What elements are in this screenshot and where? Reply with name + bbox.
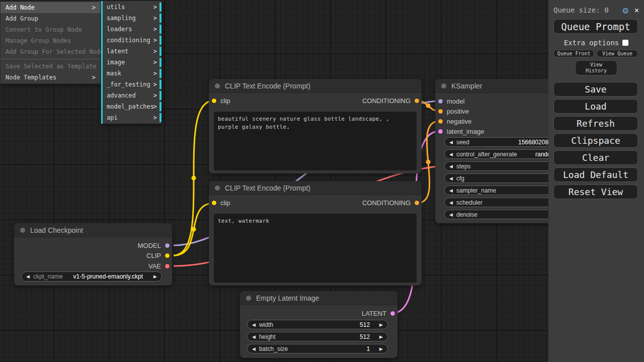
decrement-arrow-icon[interactable]: ◀ xyxy=(449,140,453,145)
slot-dot-latent-image[interactable] xyxy=(438,129,443,134)
save-button[interactable]: Save xyxy=(553,82,638,97)
submenu-item-latent[interactable]: latent > xyxy=(103,46,162,57)
submenu-item-api[interactable]: api > xyxy=(103,112,162,123)
decrement-arrow-icon[interactable]: ◀ xyxy=(449,152,453,157)
view-history-button[interactable]: View History xyxy=(575,60,617,75)
decrement-arrow-icon[interactable]: ◀ xyxy=(449,176,453,181)
menu-item-node-templates[interactable]: Node Templates > xyxy=(1,72,101,83)
node-title-bar[interactable]: Empty Latent Image xyxy=(240,291,397,305)
menu-item-manage-group-nodes: Manage Group Nodes xyxy=(1,35,101,46)
slot-dot-model[interactable] xyxy=(165,243,170,248)
slot-dot-positive[interactable] xyxy=(438,109,443,114)
widget-height[interactable]: ◀ height 512 ▶ xyxy=(247,332,388,341)
submenu-item-utils[interactable]: utils > xyxy=(103,2,162,13)
link-midpoint-dot[interactable] xyxy=(426,104,431,108)
accent-bar xyxy=(159,69,162,78)
comfy-menu-panel: Queue size: 0 ⚙ ✕ Queue Prompt Extra opt… xyxy=(548,0,644,362)
link-midpoint-dot[interactable] xyxy=(426,160,431,164)
slot-dot-conditioning[interactable] xyxy=(415,201,419,205)
node-empty-latent-image[interactable]: Empty Latent Image LATENT ◀ width 512 ▶ … xyxy=(240,291,397,358)
increment-arrow-icon[interactable]: ▶ xyxy=(379,346,383,351)
node-title: KSampler xyxy=(451,82,482,90)
submenu-item-advanced[interactable]: advanced > xyxy=(103,90,162,101)
slot-dot-latent[interactable] xyxy=(390,311,395,316)
load-default-button[interactable]: Load Default xyxy=(553,167,638,182)
decrement-arrow-icon[interactable]: ◀ xyxy=(449,164,453,169)
close-icon[interactable]: ✕ xyxy=(634,6,639,15)
accent-bar xyxy=(159,58,162,67)
decrement-arrow-icon[interactable]: ◀ xyxy=(449,212,453,217)
menu-item-add-group[interactable]: Add Group xyxy=(1,13,101,24)
submenu-arrow-icon: > xyxy=(153,90,157,101)
slot-dot-conditioning[interactable] xyxy=(415,99,419,103)
slot-dot-clip[interactable] xyxy=(165,253,170,258)
node-title-bar[interactable]: Load Checkpoint xyxy=(14,223,172,237)
slot-label: latent_image xyxy=(447,128,484,135)
submenu-item-mask[interactable]: mask > xyxy=(103,68,162,79)
slot-label: MODEL xyxy=(138,242,161,249)
node-title-bar[interactable]: CLIP Text Encode (Prompt) xyxy=(209,79,422,93)
node-clip-text-encode-1[interactable]: CLIP Text Encode (Prompt) clip CONDITION… xyxy=(209,79,422,173)
submenu-item-model-patches[interactable]: model_patches > xyxy=(103,101,162,112)
queue-front-button[interactable]: Queue Front xyxy=(553,50,594,57)
collapse-dot-icon[interactable] xyxy=(246,296,251,301)
submenu-item-sampling[interactable]: sampling > xyxy=(103,13,162,24)
decrement-arrow-icon[interactable]: ◀ xyxy=(252,322,256,327)
add-node-submenu: utils > sampling > loaders > conditionin… xyxy=(101,1,162,124)
output-slot-model: MODEL xyxy=(138,241,170,249)
widget-batch-size[interactable]: ◀ batch_size 1 ▶ xyxy=(247,344,388,353)
collapse-dot-icon[interactable] xyxy=(441,83,446,88)
slot-dot-clip[interactable] xyxy=(212,201,216,205)
output-slot-conditioning: CONDITIONING xyxy=(362,97,419,105)
submenu-arrow-icon: > xyxy=(153,35,157,46)
slot-dot-vae[interactable] xyxy=(165,264,170,268)
load-button[interactable]: Load xyxy=(553,99,638,114)
output-slot-clip: CLIP xyxy=(146,251,170,259)
accent-bar xyxy=(159,25,162,34)
decrement-arrow-icon[interactable]: ◀ xyxy=(252,346,256,351)
input-slot-clip: clip xyxy=(212,97,230,105)
decrement-arrow-icon[interactable]: ◀ xyxy=(449,188,453,193)
submenu-item-conditioning[interactable]: conditioning > xyxy=(103,35,162,46)
queue-prompt-button[interactable]: Queue Prompt xyxy=(553,19,638,34)
prompt-textarea[interactable]: beautiful scenery nature glass bottle la… xyxy=(214,112,417,170)
increment-arrow-icon[interactable]: ▶ xyxy=(379,322,383,327)
submenu-arrow-icon: > xyxy=(92,2,96,13)
extra-options-checkbox[interactable] xyxy=(622,40,628,46)
collapse-dot-icon[interactable] xyxy=(215,83,220,88)
refresh-button[interactable]: Refresh xyxy=(553,116,638,131)
menu-item-save-selected-as-template: Save Selected as Template xyxy=(1,61,101,72)
clipspace-button[interactable]: Clipspace xyxy=(553,133,638,148)
slot-dot-model[interactable] xyxy=(438,99,443,104)
reset-view-button[interactable]: Reset View xyxy=(553,185,638,199)
prev-arrow-icon[interactable]: ◀ xyxy=(26,274,30,279)
slot-dot-clip[interactable] xyxy=(212,99,216,103)
submenu-item-loaders[interactable]: loaders > xyxy=(103,24,162,35)
node-load-checkpoint[interactable]: Load Checkpoint MODEL CLIP VAE ◀ ckpt_na… xyxy=(14,223,172,286)
decrement-arrow-icon[interactable]: ◀ xyxy=(252,334,256,339)
increment-arrow-icon[interactable]: ▶ xyxy=(379,334,383,339)
next-arrow-icon[interactable]: ▶ xyxy=(153,274,157,279)
submenu-arrow-icon: > xyxy=(153,112,157,123)
decrement-arrow-icon[interactable]: ◀ xyxy=(449,200,453,205)
link-midpoint-dot[interactable] xyxy=(192,176,196,180)
widget-width[interactable]: ◀ width 512 ▶ xyxy=(247,320,388,329)
submenu-item-for-testing[interactable]: _for_testing > xyxy=(103,79,162,90)
collapse-dot-icon[interactable] xyxy=(215,186,220,191)
widget-ckpt-name[interactable]: ◀ ckpt_name v1-5-pruned-emaonly.ckpt ▶ xyxy=(21,272,162,282)
slot-dot-negative[interactable] xyxy=(438,119,443,124)
link-midpoint-dot[interactable] xyxy=(192,227,196,232)
menu-item-add-node[interactable]: Add Node > xyxy=(1,2,101,13)
slot-label: LATENT xyxy=(362,310,386,317)
settings-gear-icon[interactable]: ⚙ xyxy=(623,6,628,15)
view-queue-button[interactable]: View Queue xyxy=(597,50,638,57)
node-title-bar[interactable]: CLIP Text Encode (Prompt) xyxy=(209,181,422,195)
clear-button[interactable]: Clear xyxy=(553,150,638,165)
prompt-textarea[interactable]: text, watermark xyxy=(214,214,417,283)
accent-bar xyxy=(159,113,162,122)
accent-bar xyxy=(159,91,162,100)
node-clip-text-encode-2[interactable]: CLIP Text Encode (Prompt) clip CONDITION… xyxy=(209,181,422,286)
submenu-item-image[interactable]: image > xyxy=(103,57,162,68)
output-slot-latent: LATENT xyxy=(362,309,395,317)
collapse-dot-icon[interactable] xyxy=(20,228,25,233)
